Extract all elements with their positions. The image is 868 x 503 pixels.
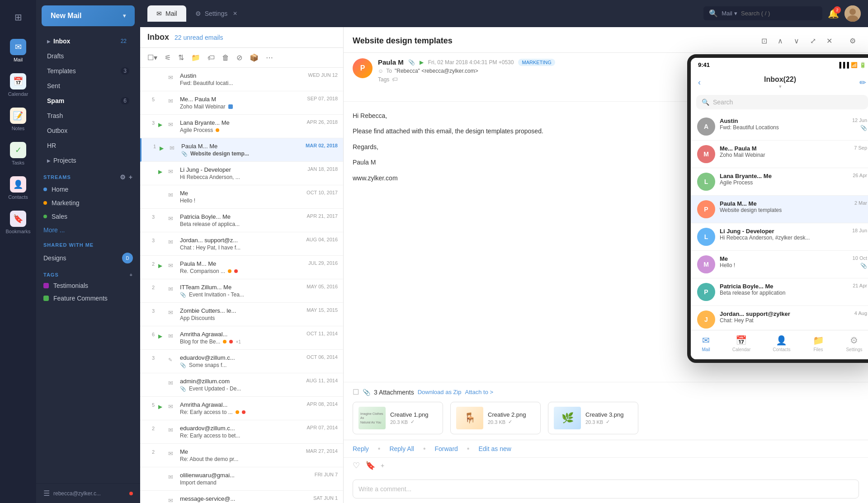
mobile-email-row[interactable]: P Paula M... Me Website design templates… (691, 196, 868, 223)
email-row[interactable]: ✉ message-service@... 📎 Invoice from Inv… (140, 491, 343, 503)
sidebar-item-calendar[interactable]: 📅 Calendar (3, 69, 33, 101)
folder-item-trash[interactable]: Trash (40, 108, 137, 123)
stream-item-marketing[interactable]: Marketing (36, 196, 140, 210)
add-tag-icon[interactable]: 🏷 (392, 76, 398, 83)
more-options-icon[interactable]: ⋯ (264, 52, 275, 64)
email-row[interactable]: 5 ✉ Me... Paula M Zoho Mail Webinar SEP … (140, 91, 343, 115)
folder-item-outbox[interactable]: Outbox (40, 123, 137, 138)
mobile-tab-contacts[interactable]: 👤 Contacts (773, 335, 790, 352)
mobile-compose-icon[interactable]: ✏ (859, 78, 866, 88)
next-email-icon[interactable]: ∨ (790, 34, 803, 47)
download-zip-link[interactable]: Download as Zip (418, 389, 462, 395)
filter-icon[interactable]: ⚟ (163, 52, 173, 64)
tag-item-feature-comments[interactable]: Feature Comments (36, 292, 140, 305)
popout-icon[interactable]: ⊡ (758, 34, 770, 47)
mobile-email-row[interactable]: L Li Jung - Developer Hi Rebecca Anderso… (691, 223, 868, 251)
close-email-icon[interactable]: ✕ (823, 34, 835, 47)
sidebar-item-mail[interactable]: ✉ Mail (3, 34, 33, 67)
search-scope-label[interactable]: Mail ▾ (722, 10, 737, 17)
sidebar-item-notes[interactable]: 📝 Notes (3, 103, 33, 136)
reply-button[interactable]: Reply (353, 445, 369, 452)
email-row[interactable]: 3 ✎ eduardov@zillum.c... 📎 Some snaps f.… (140, 350, 343, 373)
collapse-sidebar-icon[interactable]: ☰ (43, 489, 50, 498)
sidebar-item-tasks[interactable]: ✓ Tasks (3, 137, 33, 170)
mobile-email-row[interactable]: A Austin Fwd: Beautiful Locations 12 Jun… (691, 113, 868, 141)
folder-item-drafts[interactable]: Drafts (40, 49, 137, 63)
email-view-title: Website design templates (353, 36, 453, 46)
search-input[interactable] (741, 10, 817, 17)
tag-icon[interactable]: 🏷 (206, 52, 217, 64)
email-row[interactable]: 3 ▶ ✉ Lana Bryante... Me Agile Process A… (140, 115, 343, 138)
mobile-back-icon[interactable]: ‹ (698, 78, 701, 87)
streams-more-link[interactable]: More ... (36, 223, 140, 237)
checkbox-icon[interactable]: ☐▾ (146, 52, 159, 64)
notification-button[interactable]: 🔔 2 (828, 8, 839, 19)
mobile-email-row[interactable]: M Me... Paula M Zoho Mail Webinar 7 Sep (691, 141, 868, 168)
email-row[interactable]: 6 ▶ ✉ Amritha Agrawal... Blog for the Be… (140, 326, 343, 350)
email-row[interactable]: 3 ✉ Patricia Boyle... Me Beta release of… (140, 209, 343, 232)
mobile-tab-mail[interactable]: ✉ Mail (702, 335, 710, 352)
folder-item-sent[interactable]: Sent (40, 79, 137, 93)
attach-checkbox-icon[interactable]: ☐ (353, 388, 359, 396)
stream-item-home[interactable]: Home (36, 183, 140, 196)
email-row[interactable]: 2 ✉ ITTeam Zillum... Me 📎 Event Invitati… (140, 279, 343, 303)
comment-input[interactable]: Write a comment... (353, 479, 859, 498)
delete-icon[interactable]: 🗑 (220, 52, 231, 64)
bookmark-react-icon[interactable]: 🔖 (365, 461, 375, 470)
edit-as-new-button[interactable]: Edit as new (478, 445, 511, 452)
folder-item-spam[interactable]: Spam 6 (40, 94, 137, 108)
like-icon[interactable]: ♡ (353, 461, 360, 470)
new-mail-button[interactable]: New Mail ▾ (42, 5, 135, 26)
sidebar-item-contacts[interactable]: 👤 Contacts (3, 172, 33, 204)
mobile-email-row[interactable]: M Me Hello ! 10 Oct 📎 (691, 251, 868, 278)
email-settings-icon[interactable]: ⚙ (846, 34, 859, 47)
mobile-email-row[interactable]: L Lana Bryante... Me Agile Process 26 Ap… (691, 168, 868, 196)
email-row[interactable]: ✉ Austin Fwd: Beautiful locati... WED JU… (140, 68, 343, 91)
mobile-email-row[interactable]: J Jordan... support@zylker Chat: Hey Pat… (691, 306, 868, 330)
email-row[interactable]: 3 ✉ Zombie Cutters... le... App Discount… (140, 303, 343, 326)
mobile-tab-calendar[interactable]: 📅 Calendar (732, 335, 751, 352)
email-row[interactable]: 1 ▶ ✉ Paula M... Me 📎 Website design tem… (140, 138, 343, 162)
streams-add-icon[interactable]: + (129, 174, 133, 181)
app-grid-icon[interactable]: ⊞ (10, 7, 27, 27)
mobile-email-row[interactable]: P Patricia Boyle... Me Beta release for … (691, 278, 868, 306)
tab-mail[interactable]: ✉ Mail (147, 5, 186, 22)
email-row[interactable]: 5 ▶ ✉ Amritha Agrawal... Re: Early acces… (140, 397, 343, 420)
shared-item-designs[interactable]: Designs D (36, 249, 140, 267)
add-reaction-icon[interactable]: + (381, 462, 384, 469)
mobile-tab-settings[interactable]: ⚙ Settings (846, 335, 862, 352)
folder-item-hr[interactable]: HR (40, 138, 137, 153)
email-row[interactable]: ✉ Me Hello ! OCT 10, 2017 (140, 185, 343, 209)
email-subject: App Discounts (180, 315, 215, 321)
stream-item-sales[interactable]: Sales (36, 210, 140, 223)
expand-icon[interactable]: ⤢ (807, 34, 819, 47)
sidebar-item-bookmarks[interactable]: 🔖 Bookmarks (3, 206, 33, 239)
forward-button[interactable]: Forward (434, 445, 458, 452)
folder-item-projects[interactable]: ▶ Projects (40, 153, 137, 168)
mobile-tab-files[interactable]: 📁 Files (813, 335, 824, 352)
tag-item-testimonials[interactable]: Testimonials (36, 279, 140, 292)
folder-item-inbox[interactable]: ▶ Inbox 22 (40, 34, 137, 48)
email-row[interactable]: 2 ✉ Me Re: About the demo pr... MAR 27, … (140, 444, 343, 467)
email-row[interactable]: ✉ olilienwuaru@gmai... Import demand FRI… (140, 467, 343, 491)
settings-tab-close-icon[interactable]: ✕ (233, 10, 237, 17)
tags-add-icon[interactable]: + (130, 272, 133, 277)
user-avatar[interactable] (844, 5, 861, 22)
tab-settings[interactable]: ⚙ Settings ✕ (186, 5, 247, 22)
mobile-search[interactable]: 🔍 Search (696, 95, 868, 109)
reply-all-button[interactable]: Reply All (389, 445, 414, 452)
email-row[interactable]: 3 ✉ Jordan... support@z... Chat : Hey Pa… (140, 232, 343, 256)
sort-icon[interactable]: ⇅ (176, 52, 186, 64)
prev-email-icon[interactable]: ∧ (774, 34, 787, 47)
archive-icon[interactable]: 📦 (248, 52, 260, 64)
folder-item-templates[interactable]: Templates 3 (40, 64, 137, 78)
email-row[interactable]: ▶ ✉ Li Jung - Developer Hi Rebecca Ander… (140, 162, 343, 185)
attach-to-link[interactable]: Attach to > (465, 389, 494, 395)
folder-icon[interactable]: 📁 (189, 52, 202, 64)
email-row[interactable]: ✉ admin@zillum.com 📎 Event Updated - De.… (140, 373, 343, 397)
email-row[interactable]: 2 ▶ ✉ Paula M... Me Re. Comparison ... J… (140, 256, 343, 279)
block-icon[interactable]: ⊘ (235, 52, 244, 64)
email-list: ✉ Austin Fwd: Beautiful locati... WED JU… (140, 68, 343, 503)
email-row[interactable]: 2 ✉ eduardov@zillum.c... Re: Early acces… (140, 420, 343, 444)
streams-settings-icon[interactable]: ⚙ (120, 174, 126, 181)
